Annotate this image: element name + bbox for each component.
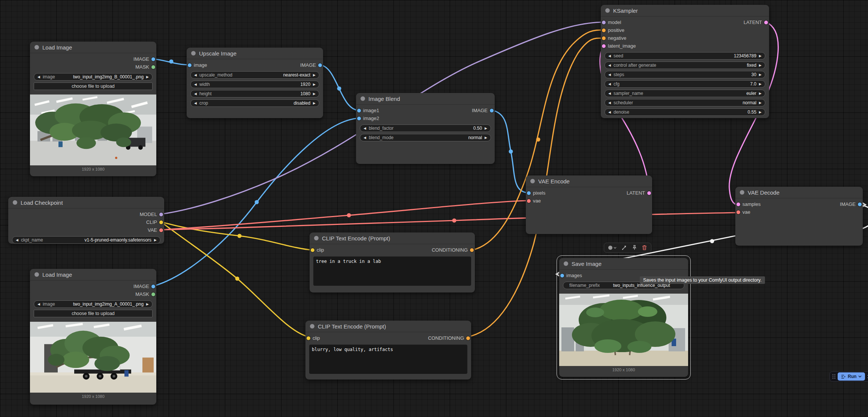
increment-arrow-icon[interactable]: ▶ [154,238,157,242]
decrement-arrow-icon[interactable]: ◀ [16,238,18,242]
vae-input-socket[interactable] [736,210,740,214]
node-titlebar[interactable]: CLIP Text Encode (Prompt) [310,232,475,244]
increment-arrow-icon[interactable]: ▶ [146,303,149,306]
increment-arrow-icon[interactable]: ▶ [759,82,762,86]
image2-input-socket[interactable] [357,117,361,120]
decrement-arrow-icon[interactable]: ◀ [608,64,611,67]
node-titlebar[interactable]: KSampler [601,5,769,16]
prompt-textarea[interactable]: tree in a truck in a lab [313,256,471,286]
decrement-arrow-icon[interactable]: ◀ [194,102,197,105]
decrement-arrow-icon[interactable]: ◀ [608,92,611,95]
node-clip-text-encode-prompt-4[interactable]: CLIP Text Encode (Prompt)clipCONDITIONIN… [310,232,475,292]
pixels-input-socket[interactable] [527,191,531,195]
widget-blend-mode[interactable]: ◀blend_modenormal▶ [360,134,491,141]
node-image-blend-2[interactable]: Image Blendimage1IMAGEimage2◀blend_facto… [356,93,495,164]
graph-canvas[interactable]: { "ui": { "arrow_left": "◀", "arrow_righ… [0,0,868,417]
CLIP-output-socket[interactable] [159,220,163,224]
node-load-image-6[interactable]: Load ImageIMAGEMASK◀imagetwo_input_img2i… [30,269,156,405]
decrement-arrow-icon[interactable]: ◀ [194,92,197,96]
decrement-arrow-icon[interactable]: ◀ [608,73,611,76]
delete-button[interactable] [642,245,647,250]
widget-scheduler[interactable]: ◀schedulernormal▶ [605,99,765,106]
increment-arrow-icon[interactable]: ▶ [759,92,762,95]
widget-height[interactable]: ◀height1080▶ [190,90,319,98]
widget-cfg[interactable]: ◀cfg7.0▶ [605,80,765,88]
decrement-arrow-icon[interactable]: ◀ [608,111,611,114]
IMAGE-output-socket[interactable] [151,57,155,61]
widget-upscale-method[interactable]: ◀upscale_methodnearest-exact▶ [190,71,319,79]
decrement-arrow-icon[interactable]: ◀ [194,83,197,86]
increment-arrow-icon[interactable]: ▶ [759,54,762,58]
increment-arrow-icon[interactable]: ▶ [759,101,762,105]
IMAGE-output-socket[interactable] [858,202,862,206]
decrement-arrow-icon[interactable]: ◀ [37,75,40,79]
upload-button[interactable]: choose file to upload [34,82,153,90]
image-input-socket[interactable] [188,63,192,67]
node-status-dot[interactable] [361,96,365,101]
node-status-dot[interactable] [191,51,196,56]
images-input-socket[interactable] [560,274,564,278]
node-status-dot[interactable] [13,200,17,205]
node-titlebar[interactable]: Load Image [30,42,156,53]
node-titlebar[interactable]: CLIP Text Encode (Prompt) [305,321,471,332]
node-clip-text-encode-prompt-5[interactable]: CLIP Text Encode (Prompt)clipCONDITIONIN… [305,321,471,380]
decrement-arrow-icon[interactable]: ◀ [364,127,366,130]
increment-arrow-icon[interactable]: ▶ [313,92,316,96]
IMAGE-output-socket[interactable] [490,109,494,112]
latent_image-input-socket[interactable] [602,44,606,48]
node-titlebar[interactable]: Save Image [559,258,688,270]
increment-arrow-icon[interactable]: ▶ [313,74,316,77]
widget-width[interactable]: ◀width1920▶ [190,81,319,88]
decrement-arrow-icon[interactable]: ◀ [608,82,611,86]
node-status-dot[interactable] [564,261,568,266]
widget-steps[interactable]: ◀steps30▶ [605,71,765,78]
node-titlebar[interactable]: Load Image [30,269,156,280]
increment-arrow-icon[interactable]: ▶ [146,75,149,79]
node-titlebar[interactable]: VAE Decode [735,187,863,198]
node-save-image-10[interactable]: Save Imageimagesfilename_prefixtwo_input… [559,258,688,377]
widget-blend-factor[interactable]: ◀blend_factor0.50▶ [360,124,491,132]
widget-control-after-generate[interactable]: ◀control after generatefixed▶ [605,62,765,69]
node-vae-decode-9[interactable]: VAE DecodesamplesIMAGEvae [735,187,863,246]
increment-arrow-icon[interactable]: ▶ [759,64,762,67]
node-titlebar[interactable]: Upscale Image [187,48,323,59]
decrement-arrow-icon[interactable]: ◀ [194,74,197,77]
negative-input-socket[interactable] [602,36,606,40]
MASK-output-socket[interactable] [151,65,155,69]
bypass-button[interactable] [621,245,627,250]
increment-arrow-icon[interactable]: ▶ [759,73,762,76]
positive-input-socket[interactable] [602,28,606,32]
CONDITIONING-output-socket[interactable] [466,336,470,340]
increment-arrow-icon[interactable]: ▶ [759,111,762,114]
image1-input-socket[interactable] [357,109,361,112]
clip-input-socket[interactable] [307,336,310,340]
node-status-dot[interactable] [740,190,744,195]
node-status-dot[interactable] [34,45,39,50]
CONDITIONING-output-socket[interactable] [470,248,474,252]
toolbar-drag-handle[interactable] [832,374,835,379]
node-upscale-image-1[interactable]: Upscale ImageimageIMAGE◀upscale_methodne… [187,48,323,118]
node-color-button[interactable] [608,246,617,250]
LATENT-output-socket[interactable] [647,191,651,195]
node-titlebar[interactable]: Load Checkpoint [8,197,164,208]
upload-button[interactable]: choose file to upload [34,310,153,317]
run-button[interactable]: Run [838,372,865,381]
node-titlebar[interactable]: Image Blend [356,93,495,105]
node-load-image-0[interactable]: Load ImageIMAGEMASK◀imagetwo_input_img2i… [30,42,156,176]
widget-crop[interactable]: ◀cropdisabled▶ [190,99,319,107]
node-status-dot[interactable] [310,324,314,328]
node-status-dot[interactable] [314,236,319,240]
MODEL-output-socket[interactable] [159,213,163,216]
pin-button[interactable] [632,245,637,250]
widget-image[interactable]: ◀imagetwo_input_img2img_B_00001_.png▶ [34,73,153,81]
increment-arrow-icon[interactable]: ▶ [313,83,316,86]
IMAGE-output-socket[interactable] [151,285,155,288]
node-vae-encode-7[interactable]: VAE EncodepixelsLATENTvae [526,176,652,234]
node-load-checkpoint-3[interactable]: Load CheckpointMODELCLIPVAE◀ckpt_namev1-… [8,197,164,244]
increment-arrow-icon[interactable]: ▶ [485,136,487,140]
decrement-arrow-icon[interactable]: ◀ [608,101,611,105]
model-input-socket[interactable] [602,21,606,24]
node-status-dot[interactable] [530,179,535,183]
samples-input-socket[interactable] [736,202,740,206]
increment-arrow-icon[interactable]: ▶ [313,102,316,105]
